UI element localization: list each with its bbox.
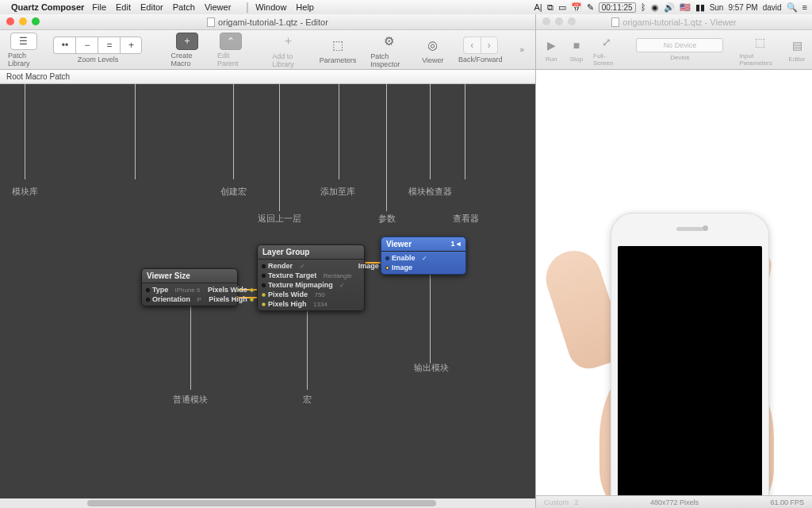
battery-icon[interactable]: ▮▮ — [695, 2, 705, 13]
menu-viewer[interactable]: Viewer — [205, 2, 231, 12]
zoom-actual-button[interactable]: = — [98, 37, 120, 54]
viewer-traffic-lights[interactable] — [542, 17, 576, 25]
patch-inspector-button[interactable]: ⚙ Patch Inspector — [370, 32, 408, 68]
flag-icon[interactable]: 🇺🇸 — [680, 2, 691, 13]
horizontal-scrollbar[interactable] — [0, 498, 535, 508]
menu-edit[interactable]: Edit — [116, 2, 131, 12]
canvas-label: 宏 — [303, 394, 312, 406]
guide-line — [465, 84, 465, 179]
display-icon[interactable]: ▭ — [558, 2, 566, 13]
scrollbar-thumb[interactable] — [87, 500, 436, 506]
zoom-levels-control[interactable]: •• − = + Zoom Levels — [53, 37, 142, 64]
zoom-icon[interactable] — [32, 17, 40, 25]
back-button: ‹ — [463, 37, 481, 54]
input-port[interactable] — [262, 283, 266, 287]
minimize-icon[interactable] — [19, 17, 27, 25]
toolbar-overflow-icon[interactable]: » — [516, 45, 527, 54]
clock-time[interactable]: 9:57 PM — [728, 3, 757, 12]
notification-center-icon[interactable]: ≡ — [802, 2, 807, 12]
zoom-out-button[interactable]: − — [75, 37, 98, 54]
patch-viewer[interactable]: Viewer 1 ◂ Enable ✓ Image — [381, 237, 466, 275]
input-parameters-button[interactable]: ⬚ Input Parameters — [739, 33, 780, 67]
zoom-icon[interactable] — [568, 17, 576, 25]
canvas-label: 模块检查器 — [408, 186, 452, 198]
wifi-icon[interactable]: ◉ — [651, 2, 659, 13]
zoom-fit-button[interactable]: •• — [53, 37, 75, 54]
editor-button[interactable]: ▤ Editor — [788, 37, 806, 63]
volume-icon[interactable]: 🔊 — [664, 2, 675, 13]
input-port[interactable] — [262, 302, 266, 306]
guide-line — [233, 84, 234, 179]
sliders-icon: ⬚ — [755, 36, 765, 48]
input-port[interactable] — [385, 256, 389, 260]
zoom-in-button[interactable]: + — [120, 37, 142, 54]
input-port[interactable] — [385, 266, 389, 270]
back-forward-control[interactable]: ‹ › Back/Forward — [458, 37, 503, 64]
device-popup[interactable]: No Device — [636, 38, 723, 52]
document-icon — [611, 17, 619, 27]
patch-layer-group[interactable]: Layer Group Render ✓ Texture Target Rect… — [257, 244, 365, 311]
close-icon[interactable] — [6, 17, 14, 25]
workspace: origami-tutorial-1.qtz - Editor ☰ Patch … — [0, 14, 812, 508]
app-menu[interactable]: Quartz Composer — [11, 2, 84, 12]
editor-titlebar[interactable]: origami-tutorial-1.qtz - Editor — [0, 14, 535, 30]
device-selector[interactable]: No Device Device — [636, 38, 723, 61]
canvas-label: 返回上一层 — [258, 213, 301, 225]
menu-window[interactable]: Window — [255, 2, 286, 12]
breadcrumb[interactable]: Root Macro Patch — [0, 70, 535, 84]
close-icon[interactable] — [542, 17, 550, 25]
status-custom: Custom — [544, 498, 569, 506]
editor-canvas[interactable]: 模块库 创建宏 添加至库 模块检查器 返回上一层 参数 查看器 输出模块 普通模… — [0, 84, 535, 498]
gear-icon: ⚙ — [384, 34, 394, 48]
menu-editor[interactable]: Editor — [140, 2, 163, 12]
input-port[interactable] — [262, 264, 266, 268]
bluetooth-icon[interactable]: ᛒ — [641, 2, 646, 12]
viewer-canvas — [536, 70, 812, 495]
input-port[interactable] — [146, 288, 150, 292]
timer-status[interactable]: 00:11:25 — [599, 2, 636, 13]
status-zoom: 2 — [575, 498, 579, 506]
viewer-title: origami-tutorial-1.qtz - Viewer — [622, 17, 736, 27]
phone-screen[interactable] — [618, 246, 762, 495]
calendar-icon[interactable]: 📅 — [571, 2, 582, 13]
guide-line — [430, 84, 431, 179]
fullscreen-button[interactable]: ⤢ Full-Screen — [593, 33, 620, 67]
output-port[interactable] — [250, 288, 254, 292]
menu-patch[interactable]: Patch — [173, 2, 195, 12]
patch-title: Viewer Size — [142, 269, 237, 283]
canvas-label: 模块库 — [12, 186, 38, 198]
hand-holding-phone — [552, 194, 806, 495]
run-button[interactable]: ▶ Run — [542, 37, 560, 63]
patch-viewer-size[interactable]: Viewer Size Type iPhone 6 Orientation P … — [141, 268, 238, 306]
viewer-titlebar[interactable]: origami-tutorial-1.qtz - Viewer — [536, 14, 812, 30]
clock-day[interactable]: Sun — [710, 3, 724, 12]
iphone-mockup — [611, 213, 769, 495]
breadcrumb-root[interactable]: Root Macro Patch — [6, 72, 70, 81]
plus-thin-icon: ＋ — [282, 33, 294, 48]
stop-button[interactable]: ■ Stop — [568, 37, 585, 63]
guide-line — [279, 84, 280, 211]
guide-line — [430, 268, 431, 364]
create-macro-button[interactable]: ＋ Create Macro — [170, 33, 203, 67]
status-fps: 61.00 FPS — [770, 498, 804, 506]
minimize-icon[interactable] — [555, 17, 563, 25]
spotlight-icon[interactable]: 🔍 — [787, 2, 798, 13]
input-port[interactable] — [262, 293, 266, 297]
menu-help[interactable]: Help — [296, 2, 314, 12]
canvas-label: 普通模块 — [173, 394, 208, 406]
user-name[interactable]: david — [763, 3, 782, 12]
menu-file[interactable]: File — [92, 2, 106, 12]
output-port[interactable] — [250, 298, 254, 302]
menu-divider: │ — [245, 2, 251, 12]
input-port[interactable] — [262, 274, 266, 278]
evernote-icon[interactable]: ✎ — [587, 2, 594, 13]
parameters-button[interactable]: ⬚ Parameters — [320, 36, 357, 64]
viewer-window: origami-tutorial-1.qtz - Viewer ▶ Run ■ … — [536, 14, 812, 508]
patch-library-button[interactable]: ☰ Patch Library — [8, 33, 39, 67]
tray-icon[interactable]: ⧉ — [547, 2, 553, 13]
editor-traffic-lights[interactable] — [6, 17, 40, 25]
adobe-icon[interactable]: A| — [534, 2, 542, 12]
plus-icon: ＋ — [182, 34, 192, 48]
viewer-button[interactable]: ◎ Viewer — [422, 36, 444, 64]
input-port[interactable] — [146, 298, 150, 302]
